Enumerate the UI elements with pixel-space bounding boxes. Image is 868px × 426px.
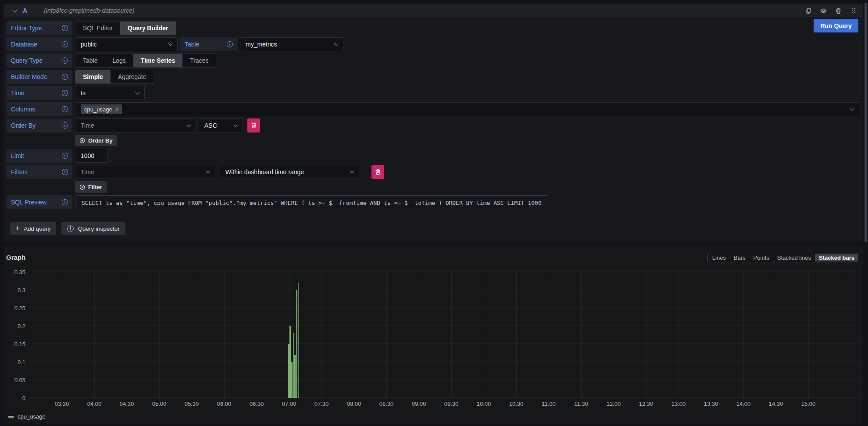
chevron-down-icon xyxy=(234,122,238,127)
add-order-by-button[interactable]: Order By xyxy=(75,135,117,146)
database-select[interactable]: public xyxy=(75,37,178,51)
gridline-vertical xyxy=(646,272,647,398)
x-axis-tick-label: 04:30 xyxy=(120,401,134,407)
remove-chip-icon[interactable]: × xyxy=(115,106,119,113)
drag-handle-icon[interactable] xyxy=(850,7,857,14)
info-icon[interactable]: i xyxy=(62,153,68,159)
scrollbar-thumb[interactable] xyxy=(864,3,867,242)
eye-icon[interactable] xyxy=(820,7,827,14)
row-query-type: Query Type i TableLogsTime SeriesTraces xyxy=(7,54,859,68)
bar-cpu_usage[interactable] xyxy=(296,290,297,398)
x-axis: 03:3004:0004:3005:0005:3006:0006:3007:00… xyxy=(29,401,860,408)
graph-mode-tab-bars[interactable]: Bars xyxy=(730,254,750,261)
legend-item-cpu_usage[interactable]: cpu_usage xyxy=(8,413,46,420)
trash-icon[interactable] xyxy=(835,7,842,14)
info-icon[interactable]: i xyxy=(62,199,68,205)
columns-multiselect[interactable]: cpu_usage × xyxy=(75,102,859,116)
gridline-vertical xyxy=(354,272,354,398)
gridline-vertical xyxy=(743,272,744,398)
legend-label: cpu_usage xyxy=(18,413,46,420)
info-icon[interactable]: i xyxy=(62,106,68,112)
info-icon: i xyxy=(67,226,74,232)
x-axis-tick-label: 13:00 xyxy=(672,401,686,407)
gridline-vertical xyxy=(808,272,809,398)
chevron-down-icon[interactable] xyxy=(12,7,17,12)
field-label-columns: Columns i xyxy=(7,102,72,116)
gridline-vertical xyxy=(484,272,484,398)
graph-display-mode-tabs: LinesBarsPointsStacked linesStacked bars xyxy=(707,253,859,262)
info-icon[interactable]: i xyxy=(62,25,68,31)
gridline-horizontal xyxy=(29,290,860,290)
bar-cpu_usage[interactable] xyxy=(291,362,293,398)
add-filter-button[interactable]: Filter xyxy=(75,181,107,193)
limit-input[interactable]: 1000 xyxy=(75,149,108,163)
info-icon[interactable]: i xyxy=(227,41,233,47)
gridline-vertical xyxy=(159,272,160,398)
gridline-vertical xyxy=(257,272,257,398)
bar-cpu_usage[interactable] xyxy=(289,326,291,398)
filter-column-select[interactable]: Time xyxy=(75,165,215,179)
bar-cpu_usage[interactable] xyxy=(293,333,294,398)
x-axis-tick-label: 07:30 xyxy=(314,401,329,407)
gridline-horizontal xyxy=(29,326,860,326)
row-sql-preview: SQL Preview i SELECT ts as "time", cpu_u… xyxy=(7,195,859,209)
query-type-segmented: TableLogsTime SeriesTraces xyxy=(75,54,216,68)
info-icon[interactable]: i xyxy=(62,74,68,80)
x-axis-tick-label: 09:00 xyxy=(412,401,426,407)
y-axis-tick-label: 0.1 xyxy=(18,359,25,365)
graph-mode-tab-lines[interactable]: Lines xyxy=(708,254,730,261)
gridline-horizontal xyxy=(29,362,860,362)
option-aggregate[interactable]: Aggregate xyxy=(111,70,154,83)
remove-order-by-button[interactable] xyxy=(247,118,260,132)
graph-mode-tab-points[interactable]: Points xyxy=(750,254,773,261)
info-icon[interactable]: i xyxy=(62,57,68,64)
x-axis-tick-label: 06:00 xyxy=(217,401,232,407)
info-icon[interactable]: i xyxy=(62,169,68,175)
query-inspector-button[interactable]: i Query inspector xyxy=(61,222,125,235)
field-label-database: Database i xyxy=(7,37,72,51)
bar-cpu_usage[interactable] xyxy=(288,344,289,398)
graph-mode-tab-stacked-lines[interactable]: Stacked lines xyxy=(773,254,815,261)
option-traces[interactable]: Traces xyxy=(182,54,216,67)
option-simple[interactable]: Simple xyxy=(75,70,111,83)
gridline-vertical xyxy=(711,272,711,398)
query-header[interactable]: A (info8fcc-greptimedb-datasource) xyxy=(4,4,863,17)
graph-panel-title: Graph xyxy=(6,254,25,261)
x-axis-tick-label: 12:00 xyxy=(607,401,621,407)
y-axis-tick-label: 0.2 xyxy=(18,323,25,329)
bar-cpu_usage[interactable] xyxy=(298,283,299,398)
time-column-select[interactable]: ts xyxy=(75,86,145,100)
option-time-series[interactable]: Time Series xyxy=(133,54,182,67)
x-axis-tick-label: 03:30 xyxy=(55,401,69,407)
row-order-by: Order By i Time ASC xyxy=(7,118,859,132)
x-axis-tick-label: 10:00 xyxy=(477,401,491,407)
add-query-button[interactable]: + Add query xyxy=(10,222,56,235)
graph-legend: cpu_usage xyxy=(8,413,46,420)
option-table[interactable]: Table xyxy=(75,54,105,67)
copy-icon[interactable] xyxy=(805,7,812,14)
bar-cpu_usage[interactable] xyxy=(294,355,296,398)
option-query-builder[interactable]: Query Builder xyxy=(120,21,176,35)
option-logs[interactable]: Logs xyxy=(105,54,133,67)
chevron-down-icon xyxy=(850,106,854,111)
gridline-vertical xyxy=(451,272,452,398)
graph-mode-tab-stacked-bars[interactable]: Stacked bars xyxy=(815,254,858,261)
field-label-limit: Limit i xyxy=(7,149,72,163)
remove-filter-button[interactable] xyxy=(371,165,384,179)
chevron-down-icon xyxy=(206,169,211,173)
column-chip-cpu-usage[interactable]: cpu_usage × xyxy=(81,104,122,114)
table-select[interactable]: my_metrics xyxy=(240,37,343,51)
x-axis-tick-label: 14:00 xyxy=(736,401,751,407)
gridline-vertical xyxy=(419,272,419,398)
gridline-vertical xyxy=(776,272,776,398)
option-sql-editor[interactable]: SQL Editor xyxy=(75,21,120,35)
filter-condition-select[interactable]: Within dashboard time range xyxy=(220,165,359,179)
info-icon[interactable]: i xyxy=(62,122,68,129)
order-by-direction-select[interactable]: ASC xyxy=(199,118,243,132)
field-label-sql-preview: SQL Preview i xyxy=(7,195,72,209)
query-footer-buttons: + Add query i Query inspector xyxy=(10,222,125,235)
info-icon[interactable]: i xyxy=(62,41,68,47)
info-icon[interactable]: i xyxy=(62,90,68,96)
order-by-column-select[interactable]: Time xyxy=(75,118,196,132)
gridline-vertical xyxy=(841,272,841,398)
